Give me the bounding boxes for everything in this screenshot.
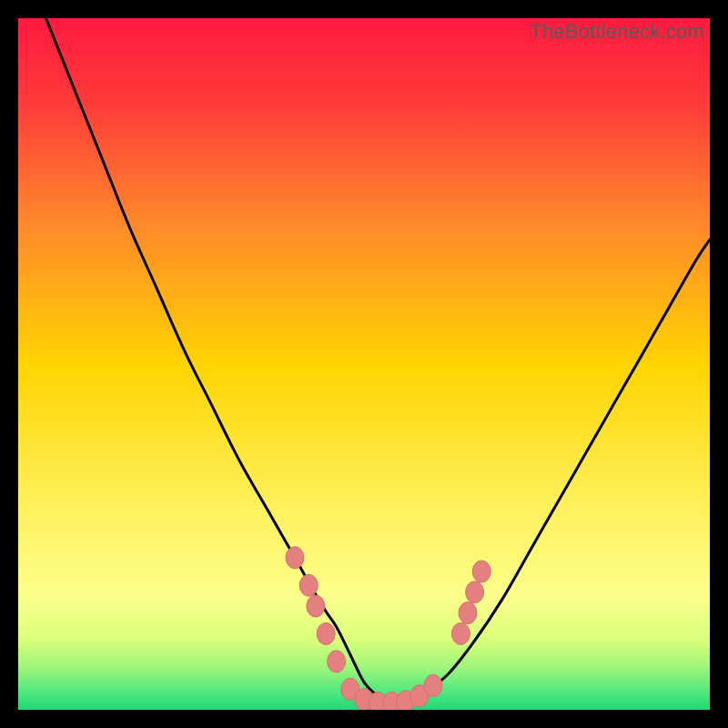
bottleneck-plot: [18, 18, 710, 710]
curve-marker: [307, 595, 325, 617]
curve-marker: [286, 547, 304, 569]
curve-marker: [451, 622, 470, 644]
gradient-background: [18, 18, 710, 710]
curve-marker: [472, 561, 490, 582]
curve-marker: [299, 574, 318, 596]
chart-frame: TheBottleneck.com: [18, 18, 710, 710]
curve-marker: [424, 674, 442, 696]
curve-marker: [317, 622, 335, 644]
curve-marker: [466, 581, 484, 603]
curve-marker: [459, 602, 477, 624]
watermark-text: TheBottleneck.com: [530, 20, 704, 44]
curve-marker: [328, 651, 346, 672]
